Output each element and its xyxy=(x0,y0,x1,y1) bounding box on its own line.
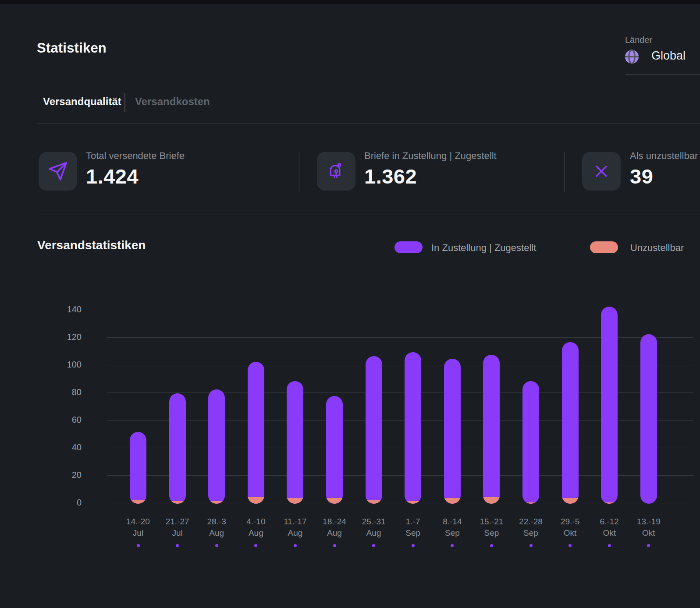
category-dot xyxy=(254,544,257,547)
x-axis-tick: 13.-19Okt xyxy=(625,516,673,539)
bar-15--21-sep[interactable] xyxy=(483,355,500,504)
y-axis-tick: 100 xyxy=(48,360,82,370)
stat-value-delivered: 1.362 xyxy=(364,164,417,188)
y-axis-tick: 20 xyxy=(48,470,82,480)
category-dot xyxy=(451,544,454,547)
globe-icon xyxy=(624,49,640,65)
category-dot xyxy=(412,544,415,547)
country-select-label: Länder xyxy=(625,35,652,45)
send-icon xyxy=(48,161,68,181)
statistics-page: Statistiken Länder Global Versandqualitä… xyxy=(0,0,700,608)
stat-tile-delivered xyxy=(317,152,355,191)
category-dot xyxy=(529,544,533,547)
y-axis-tick: 80 xyxy=(48,387,82,397)
stat-value-undeliverable: 39 xyxy=(630,164,653,188)
category-dot xyxy=(647,544,650,547)
category-dot xyxy=(333,544,336,547)
stat-label-total: Total versendete Briefe xyxy=(86,150,185,162)
legend-pill-undeliverable xyxy=(590,241,618,253)
category-dot xyxy=(294,544,297,547)
window-top-strip xyxy=(0,0,700,4)
legend-label-undeliverable: Unzustellbar xyxy=(630,242,684,254)
bar-segment-undeliverable xyxy=(208,501,225,504)
bar-segment-undeliverable xyxy=(405,501,421,504)
page-title: Statistiken xyxy=(37,40,107,56)
bar-22--28-sep[interactable] xyxy=(522,381,539,504)
stat-label-delivered: Briefe in Zustellung | Zugestellt xyxy=(364,150,497,162)
bar-11--17-aug[interactable] xyxy=(287,381,303,504)
tab-versandkosten[interactable]: Versandkosten xyxy=(135,95,210,108)
y-axis-tick: 60 xyxy=(48,415,82,425)
stat-tile-undeliverable xyxy=(582,152,621,191)
tabs-separator-line xyxy=(37,123,700,124)
category-dot xyxy=(569,544,572,547)
bar-29--5-okt[interactable] xyxy=(562,342,579,504)
tab-versandqualitaet[interactable]: Versandqualität xyxy=(43,95,121,108)
stat-label-undeliverable: Als unzustellbar xyxy=(630,150,698,162)
stat-value-total: 1.424 xyxy=(86,164,139,188)
category-dot xyxy=(137,544,140,547)
legend-label-delivered: In Zustellung | Zugestellt xyxy=(431,242,536,254)
bar-6--12-okt[interactable] xyxy=(601,307,618,504)
stat-divider-2 xyxy=(564,152,565,192)
tab-divider xyxy=(124,93,125,112)
bar-4--10-aug[interactable] xyxy=(248,362,264,504)
category-dot xyxy=(372,544,375,547)
bar-segment-undeliverable xyxy=(169,501,186,504)
bar-14--20-jul[interactable] xyxy=(130,432,146,504)
y-axis-tick: 140 xyxy=(48,304,82,315)
chart-title: Versandstatistiken xyxy=(37,238,146,252)
y-axis-tick: 120 xyxy=(48,332,82,342)
bar-1--7-sep[interactable] xyxy=(405,352,421,504)
legend-pill-delivered xyxy=(394,241,423,253)
bar-21--27-jul[interactable] xyxy=(169,393,186,504)
country-select-underline xyxy=(625,74,700,75)
stats-separator-line xyxy=(37,215,700,215)
bar-25--31-aug[interactable] xyxy=(366,356,382,504)
stat-tile-total xyxy=(39,152,77,191)
category-dot xyxy=(608,544,611,547)
stat-divider-1 xyxy=(299,152,299,192)
bar-18--24-aug[interactable] xyxy=(326,396,343,504)
x-icon xyxy=(592,162,611,181)
category-dot xyxy=(215,544,218,547)
y-axis-tick: 0 xyxy=(48,498,82,508)
bar-8--14-sep[interactable] xyxy=(444,359,461,504)
y-axis-tick: 40 xyxy=(48,442,82,452)
category-dot xyxy=(176,544,179,547)
country-select-value[interactable]: Global xyxy=(651,49,686,63)
category-dot xyxy=(490,544,493,547)
bar-28--3-aug[interactable] xyxy=(208,389,225,504)
mailbox-icon xyxy=(326,161,346,181)
bar-13--19-okt[interactable] xyxy=(640,334,657,504)
